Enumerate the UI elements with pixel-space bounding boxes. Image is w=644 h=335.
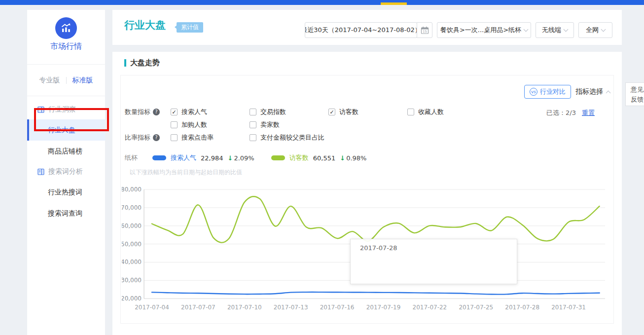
checkbox-label: 访客数 xyxy=(339,108,358,116)
quantity-indicator-row-1: 数量指标?✓搜索人气交易指数✓访客数收藏人数 xyxy=(125,106,610,118)
quantity-indicator-label: 数量指标? xyxy=(125,108,171,116)
sidebar-group-label: 搜索词分析 xyxy=(48,167,83,176)
svg-text:2017-07-16: 2017-07-16 xyxy=(320,304,355,311)
scope-value: 全网 xyxy=(586,26,599,35)
tooltip-date: 2017-07-28 xyxy=(360,244,507,252)
cumulative-badge: 累计值 xyxy=(177,22,203,33)
quantity-indicator-checkbox-0[interactable]: ✓搜索人气 xyxy=(171,108,250,116)
sidebar-item-0-1[interactable]: 商品店铺榜 xyxy=(27,141,105,162)
market-trend-icon xyxy=(55,17,77,39)
quantity-label-text: 数量指标 xyxy=(125,108,150,116)
sidebar-item-label: 行业大盘 xyxy=(48,126,75,135)
indicator-rows: 数量指标?✓搜索人气交易指数✓访客数收藏人数加购人数卖家数比率指标?搜索点击率支… xyxy=(125,106,610,144)
industry-compare-button[interactable]: vs 行业对比 xyxy=(524,85,571,99)
checkbox-box[interactable]: ✓ xyxy=(171,109,178,115)
help-icon[interactable]: ? xyxy=(153,109,160,115)
checkbox-label: 搜索点击率 xyxy=(181,133,214,142)
sidebar-brand: 市场行情 xyxy=(27,10,105,65)
checkbox-label: 卖家数 xyxy=(260,120,280,129)
checkbox-box[interactable] xyxy=(407,109,414,115)
date-range-selector[interactable]: 最近30天（2017-07-04~2017-08-02） xyxy=(305,22,417,38)
quantity-indicator-checkbox-5[interactable]: 卖家数 xyxy=(250,120,328,129)
chevron-down-icon xyxy=(524,27,529,32)
checkbox-box[interactable] xyxy=(250,109,256,115)
tab-standard[interactable]: 标准版 xyxy=(72,76,93,85)
top-nav-bar xyxy=(0,0,644,5)
app-title: 市场行情 xyxy=(27,41,105,52)
svg-text:2017-07-22: 2017-07-22 xyxy=(413,304,447,311)
legend-category: 纸杯 xyxy=(125,153,138,162)
category-dropdown[interactable]: 餐饮具>一次...桌用品>纸杯 xyxy=(437,22,531,38)
quantity-indicator-checkbox-4[interactable]: 加购人数 xyxy=(171,120,250,129)
svg-text:60,000: 60,000 xyxy=(122,223,142,229)
chevron-up-icon xyxy=(606,90,611,95)
legend-pill xyxy=(152,155,166,160)
indicator-select-toggle[interactable]: 指标选择 xyxy=(575,85,610,99)
quantity-indicator-checkbox-3[interactable]: 收藏人数 xyxy=(407,108,486,116)
terminal-dropdown[interactable]: 无线端 xyxy=(536,22,574,38)
legend-item-1[interactable]: 访客数60,551↓0.98% xyxy=(271,153,367,162)
svg-text:15: 15 xyxy=(423,30,427,34)
sidebar-group-header-0[interactable]: 行业洞察 xyxy=(27,100,105,119)
reset-link[interactable]: 重置 xyxy=(582,109,595,117)
page-title: 行业大盘 xyxy=(124,18,166,32)
scope-dropdown[interactable]: 全网 xyxy=(578,22,612,38)
content-card: 大盘走势 vs 行业对比 指标选择 数量指标?✓搜索人气交易指数✓访客数收藏人数… xyxy=(112,52,622,335)
svg-text:2017-07-07: 2017-07-07 xyxy=(181,304,215,311)
chart-note: 以下涨跌幅均为当前日期与起始日期的比值 xyxy=(130,168,242,177)
calendar-button[interactable]: 15 xyxy=(417,22,432,38)
checkbox-box[interactable] xyxy=(250,121,256,128)
checkbox-box[interactable] xyxy=(171,121,178,128)
legend-series-change: 2.09% xyxy=(234,154,254,162)
svg-text:30,000: 30,000 xyxy=(122,277,142,284)
chart-tooltip: 2017-07-28 xyxy=(350,239,517,284)
sidebar-item-label: 行业热搜词 xyxy=(48,188,82,197)
checkbox-label: 支付金额较父类目占比 xyxy=(260,133,324,142)
chevron-down-icon xyxy=(564,27,569,32)
ratio-label-text: 比率指标 xyxy=(125,133,150,142)
checkbox-label: 搜索人气 xyxy=(181,108,207,116)
tab-professional[interactable]: 专业版 xyxy=(39,76,60,85)
tab-divider xyxy=(66,77,67,84)
legend-series-name: 搜索人气 xyxy=(171,153,196,162)
sidebar-item-0-0[interactable]: 行业大盘 xyxy=(27,119,105,141)
help-icon[interactable]: ? xyxy=(153,134,160,141)
ratio-indicator-checkbox-0[interactable]: 搜索点击率 xyxy=(171,133,250,142)
quantity-indicator-checkbox-2[interactable]: ✓访客数 xyxy=(328,108,407,116)
sidebar-group-header-1[interactable]: 搜索词分析 xyxy=(27,162,105,182)
svg-text:40,000: 40,000 xyxy=(122,259,142,265)
vs-icon: vs xyxy=(530,88,537,96)
sidebar-item-1-1[interactable]: 搜索词查询 xyxy=(27,203,105,224)
chart-legend: 纸杯 搜索人气22,984↓2.09%访客数60,551↓0.98% xyxy=(125,153,383,162)
checkbox-box[interactable]: ✓ xyxy=(328,109,335,115)
quantity-indicator-row-2: 加购人数卖家数 xyxy=(125,118,610,131)
svg-text:2017-07-19: 2017-07-19 xyxy=(366,304,401,311)
legend-series-value: 22,984 xyxy=(201,154,223,162)
sidebar: 市场行情 专业版 标准版 行业洞察行业大盘商品店铺榜搜索词分析行业热搜词搜索词查… xyxy=(27,10,105,335)
section-title: 大盘走势 xyxy=(124,56,160,69)
svg-text:20,000: 20,000 xyxy=(122,295,142,302)
ledger-icon xyxy=(37,168,45,176)
chevron-down-icon xyxy=(601,27,606,32)
svg-text:2017-07-25: 2017-07-25 xyxy=(459,304,493,311)
checkbox-box[interactable] xyxy=(250,134,256,141)
sidebar-item-label: 商品店铺榜 xyxy=(48,147,82,156)
sidebar-item-label: 搜索词查询 xyxy=(48,209,82,218)
quantity-indicator-checkbox-1[interactable]: 交易指数 xyxy=(250,108,328,116)
checkbox-box[interactable] xyxy=(171,134,178,141)
ratio-indicator-label: 比率指标? xyxy=(125,133,171,142)
svg-text:2017-07-31: 2017-07-31 xyxy=(551,304,586,311)
screen: 市场行情 专业版 标准版 行业洞察行业大盘商品店铺榜搜索词分析行业热搜词搜索词查… xyxy=(0,0,644,335)
ratio-indicator-checkbox-1[interactable]: 支付金额较父类目占比 xyxy=(250,133,328,142)
svg-text:2017-07-10: 2017-07-10 xyxy=(227,304,262,311)
feedback-button[interactable]: 意见 反馈 xyxy=(625,82,644,106)
trend-panel: vs 行业对比 指标选择 数量指标?✓搜索人气交易指数✓访客数收藏人数加购人数卖… xyxy=(120,75,614,324)
active-nav-indicator xyxy=(381,2,407,5)
category-value: 餐饮具>一次...桌用品>纸杯 xyxy=(440,26,521,35)
ledger-icon xyxy=(37,106,45,113)
sidebar-item-1-0[interactable]: 行业热搜词 xyxy=(27,182,105,203)
arrow-down-icon: ↓ xyxy=(340,154,345,162)
active-item-bar xyxy=(27,119,29,141)
checkbox-label: 收藏人数 xyxy=(418,108,444,116)
legend-item-0[interactable]: 搜索人气22,984↓2.09% xyxy=(152,153,254,162)
